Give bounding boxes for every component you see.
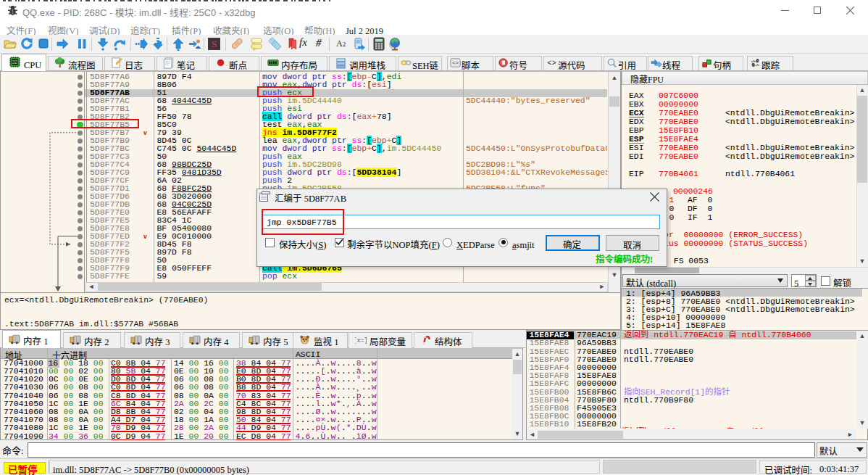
svg-text:<>: <> (547, 59, 556, 67)
svg-text:<>: <> (452, 60, 459, 66)
svg-text:S: S (212, 38, 217, 49)
svg-text:32: 32 (12, 59, 18, 65)
svg-text:[x=]: [x=] (355, 337, 367, 344)
